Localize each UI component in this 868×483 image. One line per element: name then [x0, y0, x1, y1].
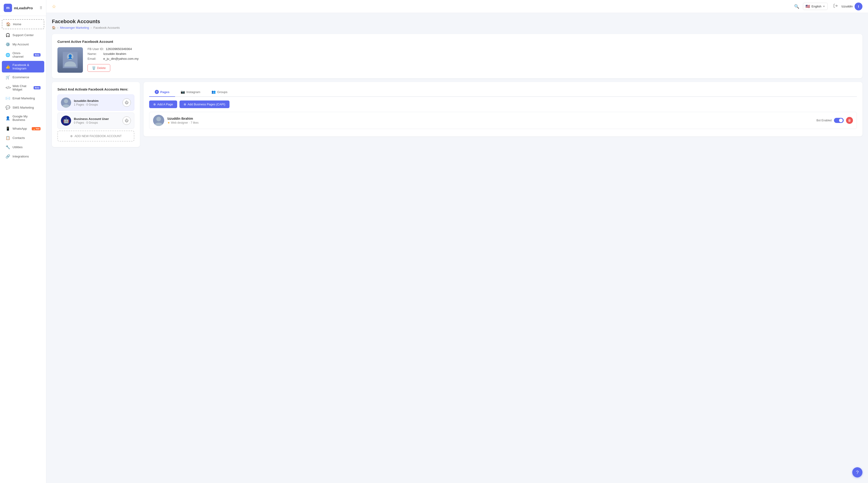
hot-badge: 🔥 Hot	[32, 127, 41, 130]
logo-icon: m	[4, 4, 12, 12]
sidebar-item-home[interactable]: 🏠 Home	[2, 19, 44, 29]
sidebar-item-label: Integrations	[12, 155, 40, 158]
search-icon[interactable]: 🔍	[794, 4, 799, 9]
facebook-circle-icon: f	[155, 90, 159, 94]
account-icon: ⚙️	[5, 42, 10, 46]
sidebar-item-label: Google My Business	[12, 115, 40, 122]
help-icon: ?	[856, 470, 859, 475]
sidebar-item-label: Home	[13, 23, 40, 26]
ecommerce-icon: 🛒	[5, 75, 10, 79]
groups-icon: 👥	[212, 90, 216, 94]
account-photo: 👤	[57, 47, 83, 73]
fb-user-id-value: 126339650349364	[106, 47, 132, 51]
tab-instagram[interactable]: 📷 Instagram	[175, 88, 206, 97]
page-avatar	[153, 115, 164, 126]
delete-account-button[interactable]: 🗑️ Delete	[88, 64, 110, 72]
page-list-item: Izzuddin Ibrahim ★ Web designer · 7 like…	[149, 112, 857, 129]
main-content: ☆ 🔍 🇺🇸 English ▼ Izzuddin I Facebook Acc…	[46, 0, 868, 483]
fb-user-id-label: FB User ID:	[88, 47, 104, 51]
toggle-slider	[834, 118, 844, 123]
account-info: 👤 FB User ID: 126339650349364 Name: Izzu…	[57, 47, 857, 73]
delete-btn-label: Delete	[97, 66, 106, 70]
sidebar-item-email-marketing[interactable]: ✉️ Email Marketing	[2, 94, 44, 103]
sidebar-item-web-chat[interactable]: </> Web Chat Widget Beta	[2, 82, 44, 94]
plus-circle-icon: ⊕	[70, 134, 73, 138]
favorite-star-icon[interactable]: ☆	[52, 4, 56, 9]
grid-icon[interactable]: ⠿	[40, 6, 42, 10]
sidebar-item-omni-channel[interactable]: 🌐 Omni-channel Beta	[2, 49, 44, 61]
email-value: e_ju_din@yahoo.com.my	[103, 57, 139, 60]
add-page-button[interactable]: ⊕ Add A Page	[149, 100, 177, 108]
sidebar-item-contacts[interactable]: 📋 Contacts	[2, 133, 44, 142]
page-category: Web designer	[171, 121, 188, 124]
sidebar-logo: m mLeadsPro ⠿	[0, 0, 46, 16]
google-icon: 👤	[5, 116, 10, 120]
power-button-business[interactable]: ⏻	[123, 117, 131, 125]
breadcrumb-current: Facebook Accounts	[93, 26, 120, 29]
select-accounts-title: Select And Activate Facebook Accounts He…	[57, 88, 134, 91]
sidebar-item-label: Facebook & Instagram	[12, 63, 40, 70]
sidebar-item-ecommerce[interactable]: 🛒 Ecommerce	[2, 73, 44, 82]
sidebar-item-label: Contacts	[12, 136, 40, 140]
language-selector[interactable]: 🇺🇸 English ▼	[803, 3, 828, 10]
account-avatar-izzuddin	[61, 97, 71, 108]
sidebar-nav: 🏠 Home 🎧 Support Center ⚙️ My Account 🌐 …	[0, 16, 46, 483]
sidebar-item-whatsapp[interactable]: 📱 WhatsApp 🔥 Hot	[2, 124, 44, 133]
delete-page-button[interactable]: 🗑	[846, 117, 853, 124]
plus-icon: ⊕	[184, 103, 186, 106]
name-value: Izzuddin Ibrahim	[103, 52, 126, 56]
svg-point-5	[64, 99, 68, 103]
bot-enabled-toggle[interactable]	[834, 118, 844, 123]
add-account-btn-label: ADD NEW FACEBOOK ACCOUNT	[74, 134, 122, 138]
sidebar-item-integrations[interactable]: 🔗 Integrations	[2, 152, 44, 161]
tab-groups[interactable]: 👥 Groups	[206, 88, 233, 97]
star-icon: ★	[167, 121, 170, 124]
sidebar-item-utilities[interactable]: 🔧 Utilities	[2, 142, 44, 152]
account-item-name: Business Account User	[74, 117, 120, 121]
action-buttons: ⊕ Add A Page ⊕ Add Business Pages (CAPI)	[149, 100, 857, 108]
add-business-pages-button[interactable]: ⊕ Add Business Pages (CAPI)	[180, 100, 229, 108]
sidebar-item-support[interactable]: 🎧 Support Center	[2, 31, 44, 40]
home-icon: 🏠	[6, 22, 11, 26]
sidebar: m mLeadsPro ⠿ 🏠 Home 🎧 Support Center ⚙️…	[0, 0, 46, 483]
content-area: Facebook Accounts 🏠 » Messenger Marketin…	[46, 13, 868, 483]
trash-icon: 🗑️	[92, 66, 96, 70]
avatar: I	[855, 3, 863, 10]
svg-text:👤: 👤	[68, 54, 73, 59]
account-item-name: Izzuddin Ibrahim	[74, 99, 120, 103]
tab-pages[interactable]: f Pages	[149, 88, 175, 97]
breadcrumb-section-link[interactable]: Messenger Marketing	[60, 26, 89, 29]
breadcrumb: 🏠 » Messenger Marketing » Facebook Accou…	[52, 26, 863, 29]
sidebar-item-label: Email Marketing	[12, 97, 40, 100]
email-icon: ✉️	[5, 96, 10, 100]
beta-badge: Beta	[34, 53, 40, 57]
sidebar-item-google-business[interactable]: 👤 Google My Business	[2, 112, 44, 124]
trash-icon: 🗑	[848, 119, 851, 122]
sidebar-item-facebook-instagram[interactable]: 👍 Facebook & Instagram	[2, 61, 44, 72]
sidebar-item-sms-marketing[interactable]: 💬 SMS Marketing	[2, 103, 44, 112]
instagram-icon: 📷	[181, 90, 185, 94]
sidebar-item-label: Web Chat Widget	[12, 84, 31, 91]
user-menu[interactable]: Izzuddin I	[842, 3, 863, 10]
pages-card: f Pages 📷 Instagram 👥 Groups	[144, 82, 863, 136]
account-item-info: Business Account User 0 Pages · 0 Groups	[74, 117, 120, 124]
help-button[interactable]: ?	[852, 467, 863, 478]
add-new-facebook-account-button[interactable]: ⊕ ADD NEW FACEBOOK ACCOUNT	[57, 131, 134, 141]
account-item-izzuddin[interactable]: Izzuddin Ibrahim 1 Pages · 0 Groups ⏻	[57, 94, 134, 111]
topbar: ☆ 🔍 🇺🇸 English ▼ Izzuddin I	[46, 0, 868, 13]
sidebar-item-my-account[interactable]: ⚙️ My Account	[2, 40, 44, 49]
power-button-izzuddin[interactable]: ⏻	[123, 98, 131, 107]
account-item-business[interactable]: 🤖 Business Account User 0 Pages · 0 Grou…	[57, 112, 134, 129]
flag-icon: 🇺🇸	[805, 4, 810, 8]
username-label: Izzuddin	[842, 5, 853, 8]
sidebar-item-label: Ecommerce	[12, 75, 40, 79]
webchat-icon: </>	[5, 86, 10, 90]
email-label: Email:	[88, 57, 101, 60]
logout-icon[interactable]	[833, 3, 838, 9]
omni-icon: 🌐	[5, 53, 10, 57]
email-row: Email: e_ju_din@yahoo.com.my	[88, 57, 857, 60]
beta-badge: Beta	[34, 86, 40, 89]
sms-icon: 💬	[5, 105, 10, 110]
select-accounts-card: Select And Activate Facebook Accounts He…	[52, 82, 140, 147]
page-sep: ·	[189, 121, 190, 124]
